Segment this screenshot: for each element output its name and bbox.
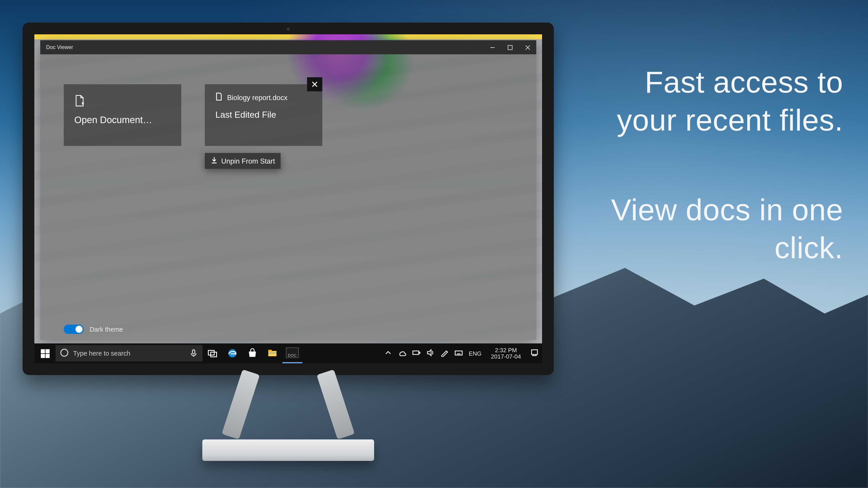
search-placeholder: Type here to search — [73, 350, 130, 357]
svg-rect-11 — [268, 351, 276, 356]
svg-rect-16 — [455, 351, 462, 355]
recent-subtitle: Last Edited File — [215, 109, 312, 120]
taskbar-app-doc-viewer[interactable]: DOC — [282, 344, 302, 363]
tray-onedrive-icon[interactable] — [398, 349, 406, 358]
open-document-label: Open Document… — [74, 115, 170, 125]
task-view-button[interactable] — [203, 344, 222, 363]
promo-line-1: Fast access to your recent files. — [581, 63, 843, 139]
file-icon — [215, 92, 222, 102]
minimize-button[interactable] — [483, 40, 501, 54]
context-menu-unpin[interactable]: Unpin From Start — [205, 153, 281, 169]
monitor-bezel: Doc Viewer — [23, 23, 554, 375]
remove-recent-button[interactable] — [307, 77, 322, 91]
tray-language[interactable]: ENG — [469, 350, 482, 357]
system-tray: ENG 2:32 PM 2017-07-04 — [384, 347, 542, 360]
promo-line-2: View docs in one click. — [581, 191, 843, 267]
svg-rect-8 — [209, 350, 214, 355]
doc-app-icon: DOC — [286, 348, 299, 358]
svg-rect-21 — [532, 350, 537, 355]
tray-overflow-chevron-icon[interactable] — [384, 349, 392, 358]
svg-rect-13 — [268, 353, 276, 353]
monitor-stand — [202, 375, 374, 461]
dark-theme-label: Dark theme — [90, 326, 123, 333]
marketing-copy: Fast access to your recent files. View d… — [581, 63, 843, 267]
document-plus-icon — [74, 95, 170, 110]
tray-keyboard-icon[interactable] — [455, 349, 463, 358]
svg-point-6 — [61, 349, 68, 356]
desktop: Doc Viewer — [34, 34, 542, 363]
surface-studio-mockup: Doc Viewer — [23, 23, 554, 461]
svg-rect-7 — [192, 350, 195, 354]
svg-rect-9 — [211, 352, 217, 357]
start-button[interactable] — [34, 344, 56, 363]
svg-rect-12 — [268, 350, 272, 352]
taskbar-app-explorer[interactable] — [262, 344, 282, 363]
doc-viewer-window: Doc Viewer — [40, 40, 536, 340]
tray-time: 2:32 PM — [491, 347, 521, 353]
svg-rect-1 — [508, 45, 512, 50]
taskbar-app-edge[interactable] — [222, 344, 242, 363]
titlebar[interactable]: Doc Viewer — [40, 40, 536, 54]
dark-theme-toggle[interactable] — [64, 324, 84, 334]
monitor-screen: Doc Viewer — [34, 34, 542, 363]
taskbar-app-store[interactable] — [242, 344, 262, 363]
tray-date: 2017-07-04 — [491, 353, 521, 360]
window-title: Doc Viewer — [46, 44, 73, 50]
svg-rect-14 — [413, 351, 419, 355]
tray-clock[interactable]: 2:32 PM 2017-07-04 — [487, 347, 524, 360]
tray-pen-icon[interactable] — [440, 349, 449, 358]
tray-battery-icon[interactable] — [412, 349, 421, 358]
windows-logo-icon — [40, 349, 49, 358]
tray-volume-icon[interactable] — [427, 349, 435, 358]
svg-rect-15 — [419, 352, 420, 353]
taskbar: Type here to search — [34, 344, 542, 363]
cortana-circle-icon — [60, 349, 68, 358]
webcam-dot — [287, 28, 290, 31]
recent-file-tile[interactable]: Biology report.docx Last Edited File — [205, 84, 322, 146]
action-center-icon[interactable] — [530, 349, 538, 358]
close-button[interactable] — [519, 40, 536, 54]
mic-icon[interactable] — [189, 349, 197, 358]
recent-filename: Biology report.docx — [227, 93, 287, 101]
maximize-button[interactable] — [501, 40, 519, 54]
unpin-icon — [211, 157, 218, 165]
unpin-label: Unpin From Start — [221, 157, 275, 165]
taskbar-search[interactable]: Type here to search — [56, 345, 203, 361]
open-document-tile[interactable]: Open Document… — [64, 84, 181, 146]
